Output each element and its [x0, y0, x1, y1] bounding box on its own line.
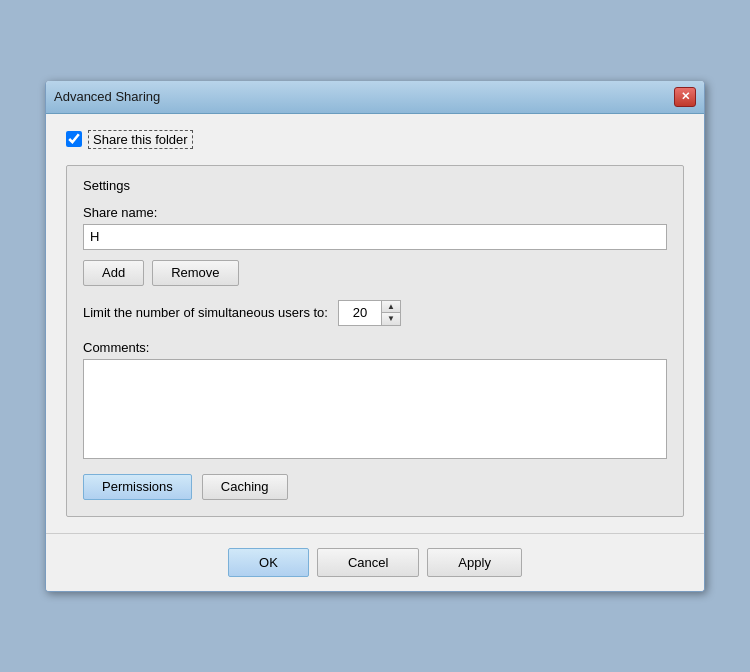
comments-label: Comments: — [83, 340, 667, 355]
footer-row: OK Cancel Apply — [46, 533, 704, 591]
remove-button[interactable]: Remove — [152, 260, 238, 286]
dialog-body: Share this folder Settings Share name: A… — [46, 114, 704, 533]
limit-label: Limit the number of simultaneous users t… — [83, 305, 328, 320]
user-limit-input[interactable] — [339, 301, 381, 325]
title-bar: Advanced Sharing ✕ — [46, 81, 704, 114]
settings-group: Settings Share name: Add Remove Limit th… — [66, 165, 684, 517]
ok-button[interactable]: OK — [228, 548, 309, 577]
settings-group-label: Settings — [83, 178, 667, 193]
spinner-down-button[interactable]: ▼ — [382, 313, 400, 325]
limit-row: Limit the number of simultaneous users t… — [83, 300, 667, 326]
share-folder-checkbox-wrapper[interactable]: Share this folder — [66, 130, 193, 149]
share-name-label: Share name: — [83, 205, 667, 220]
add-remove-row: Add Remove — [83, 260, 667, 286]
share-folder-row: Share this folder — [66, 130, 684, 149]
spinner-up-button[interactable]: ▲ — [382, 301, 400, 313]
share-name-input[interactable] — [83, 224, 667, 250]
permissions-button[interactable]: Permissions — [83, 474, 192, 500]
caching-button[interactable]: Caching — [202, 474, 288, 500]
close-button[interactable]: ✕ — [674, 87, 696, 107]
apply-button[interactable]: Apply — [427, 548, 522, 577]
add-button[interactable]: Add — [83, 260, 144, 286]
advanced-sharing-dialog: Advanced Sharing ✕ Share this folder Set… — [45, 81, 705, 592]
spinner-buttons: ▲ ▼ — [381, 301, 400, 325]
perms-caching-row: Permissions Caching — [83, 474, 667, 500]
comments-textarea[interactable] — [83, 359, 667, 459]
cancel-button[interactable]: Cancel — [317, 548, 419, 577]
dialog-title: Advanced Sharing — [54, 89, 160, 104]
share-folder-checkbox[interactable] — [66, 131, 82, 147]
share-folder-label: Share this folder — [88, 130, 193, 149]
user-limit-spinner[interactable]: ▲ ▼ — [338, 300, 401, 326]
